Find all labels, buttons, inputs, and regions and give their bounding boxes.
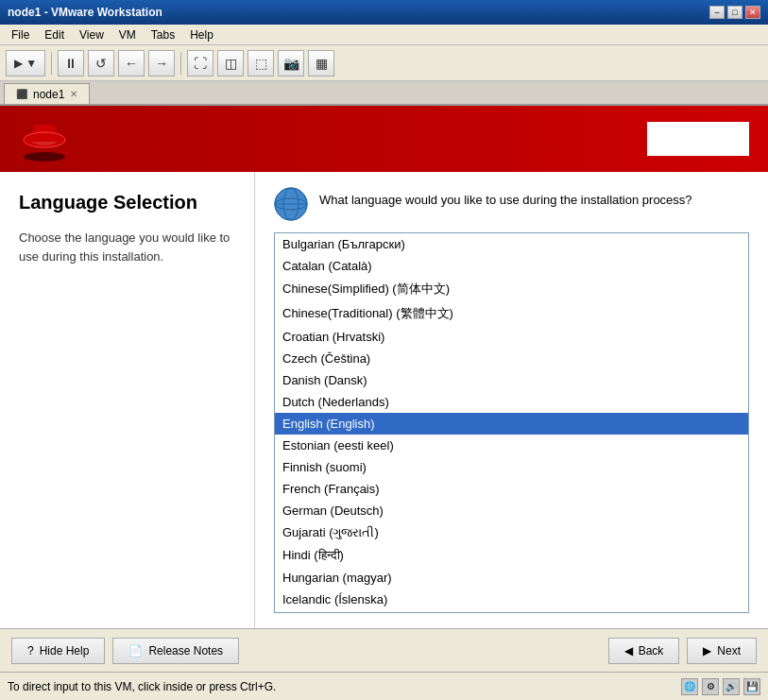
window-title: node1 - VMware Workstation — [8, 6, 162, 19]
close-button[interactable]: ✕ — [745, 6, 760, 19]
menu-vm[interactable]: VM — [111, 26, 144, 43]
toolbar-ctrl-alt-del[interactable]: ⬚ — [247, 50, 274, 77]
toolbar-snapshot[interactable]: 📷 — [278, 50, 304, 77]
back-icon: ◀ — [624, 644, 633, 657]
question-row: What language would you like to use duri… — [274, 187, 749, 221]
menu-tabs[interactable]: Tabs — [144, 26, 182, 43]
next-icon: ▶ — [703, 644, 711, 657]
redhat-logo-text: redhat. — [647, 122, 749, 157]
bottom-right-buttons: ◀ Back ▶ Next — [608, 638, 757, 664]
content-body: Language Selection Choose the language y… — [0, 172, 768, 628]
statusbar-text: To direct input to this VM, click inside… — [8, 680, 276, 693]
maximize-button[interactable]: □ — [727, 6, 742, 19]
back-label: Back — [639, 644, 664, 657]
window-titlebar: node1 - VMware Workstation – □ ✕ — [0, 0, 768, 25]
toolbar-restart[interactable]: ↺ — [88, 50, 114, 77]
tab-node1[interactable]: ⬛ node1 ✕ — [4, 83, 90, 104]
menu-view[interactable]: View — [72, 26, 111, 43]
network-status-icon[interactable]: 🌐 — [681, 678, 698, 695]
release-notes-icon: 📄 — [128, 644, 143, 657]
language-item[interactable]: Bulgarian (Български) — [275, 233, 748, 255]
tab-label: node1 — [33, 88, 64, 101]
statusbar-icons: 🌐 ⚙ 🔊 💾 — [681, 678, 760, 695]
language-item[interactable]: Croatian (Hrvatski) — [275, 326, 748, 348]
toolbar-separator-2 — [180, 52, 181, 75]
language-item[interactable]: Danish (Dansk) — [275, 369, 748, 391]
language-item[interactable]: Dutch (Nederlands) — [275, 391, 748, 413]
menu-edit[interactable]: Edit — [37, 26, 72, 43]
panel-heading: Language Selection — [19, 191, 235, 213]
menubar: File Edit View VM Tabs Help — [0, 25, 768, 45]
tabbar: ⬛ node1 ✕ — [0, 81, 768, 106]
language-item[interactable]: Hindi (हिन्दी) — [275, 544, 748, 567]
window-controls: – □ ✕ — [709, 6, 760, 19]
toolbar-back[interactable]: ← — [118, 50, 145, 77]
vm-content: redhat. Language Selection Choose the la… — [0, 106, 768, 672]
language-item[interactable]: German (Deutsch) — [275, 500, 748, 521]
language-item[interactable]: Chinese(Traditional) (繁體中文) — [275, 301, 748, 326]
tab-close-icon[interactable]: ✕ — [70, 89, 77, 99]
release-notes-label: Release Notes — [148, 644, 223, 657]
toolbar-unity[interactable]: ◫ — [217, 50, 244, 77]
right-panel: What language would you like to use duri… — [255, 172, 768, 628]
language-item[interactable]: Estonian (eesti keel) — [275, 435, 748, 456]
language-item[interactable]: French (Français) — [275, 478, 748, 500]
toolbar-forward[interactable]: → — [148, 50, 175, 77]
toolbar-suspend[interactable]: ⏸ — [58, 50, 84, 77]
statusbar: To direct input to this VM, click inside… — [0, 672, 768, 700]
next-label: Next — [717, 644, 741, 657]
bottom-left-buttons: ? Hide Help 📄 Release Notes — [11, 638, 239, 664]
toolbar-fullscreen[interactable]: ⛶ — [187, 50, 213, 77]
language-item[interactable]: Czech (Čeština) — [275, 348, 748, 369]
hide-help-button[interactable]: ? Hide Help — [11, 638, 105, 664]
release-notes-button[interactable]: 📄 Release Notes — [112, 638, 239, 664]
hide-help-icon: ? — [27, 644, 34, 657]
hd-status-icon[interactable]: 💾 — [743, 678, 760, 695]
globe-icon — [274, 187, 308, 221]
language-item[interactable]: Chinese(Simplified) (简体中文) — [275, 277, 748, 301]
redhat-logo-icon — [19, 113, 71, 165]
language-list-container: Bulgarian (Български)Catalan (Català)Chi… — [274, 232, 749, 613]
svg-point-0 — [24, 152, 65, 162]
toolbar-power-dropdown[interactable]: ▶ ▼ — [6, 50, 45, 77]
next-button[interactable]: ▶ Next — [687, 638, 757, 664]
language-item[interactable]: Icelandic (Íslenska) — [275, 589, 748, 610]
audio-status-icon[interactable]: 🔊 — [723, 678, 740, 695]
menu-file[interactable]: File — [4, 26, 37, 43]
panel-description: Choose the language you would like to us… — [19, 229, 235, 265]
usb-status-icon[interactable]: ⚙ — [702, 678, 719, 695]
toolbar-screen[interactable]: ▦ — [308, 50, 334, 77]
language-item[interactable]: Finnish (suomi) — [275, 456, 748, 478]
toolbar: ▶ ▼ ⏸ ↺ ← → ⛶ ◫ ⬚ 📷 ▦ — [0, 45, 768, 81]
back-button[interactable]: ◀ Back — [608, 638, 680, 664]
language-list[interactable]: Bulgarian (Български)Catalan (Català)Chi… — [275, 233, 748, 612]
menu-help[interactable]: Help — [182, 26, 221, 43]
tab-vm-icon: ⬛ — [16, 89, 27, 99]
minimize-button[interactable]: – — [709, 6, 725, 19]
hide-help-label: Hide Help — [40, 644, 90, 657]
question-text: What language would you like to use duri… — [319, 187, 692, 210]
language-item[interactable]: Gujarati (ગુજરાતી) — [275, 521, 748, 544]
left-panel: Language Selection Choose the language y… — [0, 172, 255, 628]
toolbar-separator-1 — [51, 52, 52, 75]
bottom-button-bar: ? Hide Help 📄 Release Notes ◀ Back ▶ Nex… — [0, 628, 768, 672]
language-item[interactable]: Hungarian (magyar) — [275, 567, 748, 589]
redhat-banner: redhat. — [0, 106, 768, 172]
language-item[interactable]: Catalan (Català) — [275, 255, 748, 277]
language-item[interactable]: English (English) — [275, 413, 748, 435]
